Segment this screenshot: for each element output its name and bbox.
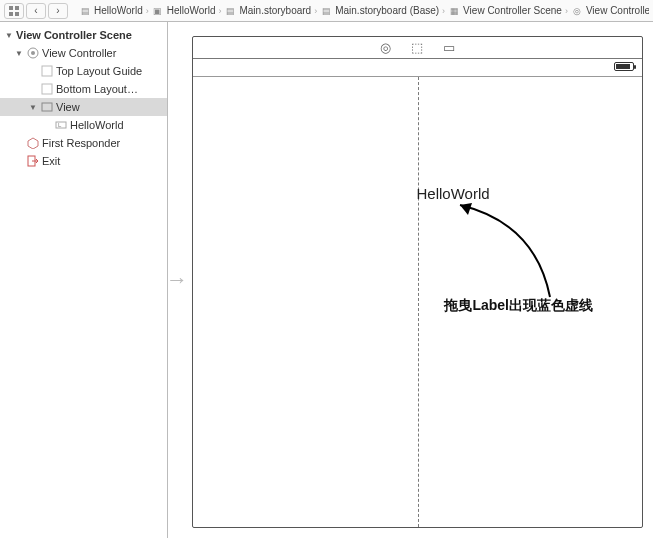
svg-marker-13 — [460, 203, 472, 215]
svg-marker-11 — [28, 138, 38, 149]
folder-icon: ▣ — [152, 5, 164, 17]
outline-label-helloworld[interactable]: L HelloWorld — [0, 116, 167, 134]
grid-icon — [9, 6, 19, 16]
battery-icon — [614, 62, 634, 71]
crumb-storyboard[interactable]: ▤Main.storyboard — [221, 5, 314, 17]
outline-label: Exit — [42, 155, 60, 167]
crumb-label: HelloWorld — [167, 5, 216, 16]
first-responder-dock-icon[interactable]: ⬚ — [411, 40, 423, 55]
root-view[interactable]: HelloWorld 拖曳Label出现蓝色虚线 — [193, 77, 642, 527]
outline-view[interactable]: ▼ View — [0, 98, 167, 116]
crumb-label: Main.storyboard — [239, 5, 311, 16]
exit-dock-icon[interactable]: ▭ — [443, 40, 455, 55]
related-items-button[interactable] — [4, 3, 24, 19]
jump-bar: ‹ › ▤HelloWorld › ▣HelloWorld › ▤Main.st… — [0, 0, 653, 22]
outline-exit[interactable]: Exit — [0, 152, 167, 170]
outline-bottom-layout-guide[interactable]: Bottom Layout… — [0, 80, 167, 98]
crumb-label: View Controller Scene — [463, 5, 562, 16]
disclosure-triangle-icon[interactable]: ▼ — [4, 31, 14, 40]
vc-dock-icon[interactable]: ◎ — [380, 40, 391, 55]
svg-rect-0 — [9, 6, 13, 10]
outline-label: View Controller Scene — [16, 29, 132, 41]
editor-area: ▼ View Controller Scene ▼ View Controlle… — [0, 22, 653, 538]
svg-rect-3 — [15, 12, 19, 16]
view-controller-frame[interactable]: ◎ ⬚ ▭ HelloWorld 拖曳Label出现蓝色虚线 — [192, 36, 643, 528]
document-outline: ▼ View Controller Scene ▼ View Controlle… — [0, 22, 168, 538]
svg-rect-8 — [42, 103, 52, 111]
annotation-text: 拖曳Label出现蓝色虚线 — [444, 297, 593, 315]
outline-label: HelloWorld — [70, 119, 124, 131]
outline-label: View — [56, 101, 80, 113]
crumb-label: HelloWorld — [94, 5, 143, 16]
outline-viewcontroller[interactable]: ▼ View Controller — [0, 44, 167, 62]
crumb-viewcontroller[interactable]: ◎View Controller — [568, 5, 649, 17]
svg-rect-6 — [42, 66, 52, 76]
svg-rect-2 — [9, 12, 13, 16]
annotation-arrow-icon — [440, 197, 560, 307]
initial-vc-arrow-icon: → — [166, 267, 188, 293]
view-icon — [40, 100, 54, 114]
back-button[interactable]: ‹ — [26, 3, 46, 19]
outline-label: Top Layout Guide — [56, 65, 142, 77]
chevron-left-icon: ‹ — [34, 5, 37, 16]
cube-icon — [26, 136, 40, 150]
svg-rect-7 — [42, 84, 52, 94]
breadcrumb: ▤HelloWorld › ▣HelloWorld › ▤Main.storyb… — [76, 5, 649, 17]
crumb-label: Main.storyboard (Base) — [335, 5, 439, 16]
file-icon: ▤ — [79, 5, 91, 17]
interface-builder-canvas[interactable]: → ◎ ⬚ ▭ HelloWorld 拖曳Label出现蓝色虚线 — [168, 22, 653, 538]
chevron-right-icon: › — [56, 5, 59, 16]
outline-top-layout-guide[interactable]: Top Layout Guide — [0, 62, 167, 80]
helloworld-label[interactable]: HelloWorld — [417, 185, 490, 202]
disclosure-triangle-icon[interactable]: ▼ — [28, 103, 38, 112]
label-icon: L — [54, 118, 68, 132]
crumb-label: View Controller — [586, 5, 649, 16]
disclosure-triangle-icon[interactable]: ▼ — [14, 49, 24, 58]
outline-label: First Responder — [42, 137, 120, 149]
outline-scene[interactable]: ▼ View Controller Scene — [0, 26, 167, 44]
status-bar — [193, 59, 642, 77]
outline-label: View Controller — [42, 47, 116, 59]
crumb-scene[interactable]: ▦View Controller Scene — [445, 5, 565, 17]
outline-first-responder[interactable]: First Responder — [0, 134, 167, 152]
svg-point-5 — [31, 51, 35, 55]
center-alignment-guide — [418, 77, 419, 527]
exit-icon — [26, 154, 40, 168]
layout-guide-icon — [40, 82, 54, 96]
crumb-storyboard-base[interactable]: ▤Main.storyboard (Base) — [317, 5, 442, 17]
file-icon: ▤ — [224, 5, 236, 17]
crumb-folder[interactable]: ▣HelloWorld — [149, 5, 219, 17]
scene-dock: ◎ ⬚ ▭ — [193, 37, 642, 59]
file-icon: ▤ — [320, 5, 332, 17]
svg-text:L: L — [58, 122, 62, 128]
scene-icon: ▦ — [448, 5, 460, 17]
outline-label: Bottom Layout… — [56, 83, 138, 95]
vc-icon: ◎ — [571, 5, 583, 17]
vc-icon — [26, 46, 40, 60]
layout-guide-icon — [40, 64, 54, 78]
svg-rect-1 — [15, 6, 19, 10]
forward-button[interactable]: › — [48, 3, 68, 19]
crumb-project[interactable]: ▤HelloWorld — [76, 5, 146, 17]
